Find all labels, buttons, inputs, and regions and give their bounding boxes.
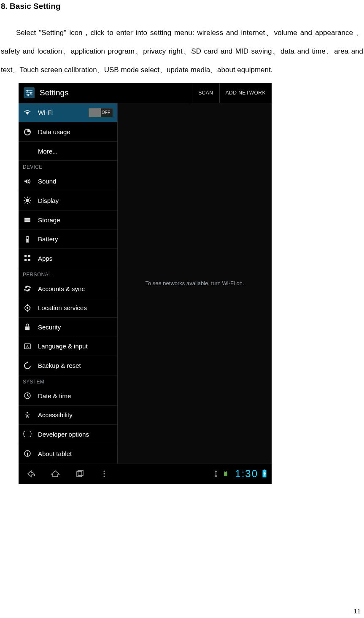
data-usage-label: Data usage xyxy=(38,128,113,135)
section-heading: 8. Basic Setting xyxy=(0,0,364,11)
svg-point-8 xyxy=(26,199,29,202)
settings-body: Wi-Fi OFF Data usage More... DEVICE xyxy=(19,103,272,464)
paragraph-text: Select "Setting" icon , click to enter i… xyxy=(1,29,363,74)
sidebar-item-apps[interactable]: Apps xyxy=(19,249,117,268)
display-icon xyxy=(23,196,32,205)
sidebar-item-display[interactable]: Display xyxy=(19,191,117,210)
wifi-toggle[interactable]: OFF xyxy=(89,108,113,117)
svg-rect-23 xyxy=(24,255,27,257)
category-personal: PERSONAL xyxy=(19,268,117,279)
storage-icon xyxy=(23,215,32,224)
svg-point-51 xyxy=(226,471,227,472)
settings-content-pane: To see networks available, turn Wi-Fi on… xyxy=(118,103,272,464)
battery-label: Battery xyxy=(38,235,113,243)
svg-point-28 xyxy=(27,307,28,309)
svg-point-42 xyxy=(27,452,28,453)
language-label: Language & input xyxy=(38,343,113,350)
svg-point-47 xyxy=(104,473,105,475)
system-nav-bar: 1:30 xyxy=(19,464,272,484)
blank-icon xyxy=(23,146,32,156)
svg-rect-43 xyxy=(27,453,28,456)
svg-point-48 xyxy=(104,476,105,477)
battery-icon xyxy=(23,235,32,244)
svg-point-4 xyxy=(27,90,28,92)
sidebar-item-battery[interactable]: Battery xyxy=(19,229,117,249)
category-device: DEVICE xyxy=(19,161,117,172)
svg-point-6 xyxy=(27,94,29,96)
status-icons xyxy=(213,470,232,478)
page-number: 11 xyxy=(353,607,361,615)
wifi-icon xyxy=(23,108,32,117)
usb-icon xyxy=(213,470,219,478)
scan-button[interactable]: SCAN xyxy=(192,83,219,103)
settings-title: Settings xyxy=(40,88,69,97)
sidebar-item-datetime[interactable]: Date & time xyxy=(19,386,117,406)
svg-rect-33 xyxy=(25,327,30,330)
svg-point-39 xyxy=(27,412,28,413)
more-label: More... xyxy=(38,148,113,155)
apps-icon xyxy=(23,254,32,263)
settings-app-icon xyxy=(22,86,36,100)
clock-icon xyxy=(23,391,32,400)
svg-line-15 xyxy=(30,197,31,199)
svg-rect-53 xyxy=(264,470,265,470)
wifi-empty-message: To see networks available, turn Wi-Fi on… xyxy=(145,280,244,286)
category-system: SYSTEM xyxy=(19,375,117,386)
sound-label: Sound xyxy=(38,178,113,185)
android-settings-screenshot: Settings SCAN ADD NETWORK Wi-Fi OFF Dat xyxy=(19,83,272,484)
accessibility-icon xyxy=(23,410,32,420)
sidebar-item-developer[interactable]: { } Developer options xyxy=(19,425,117,444)
back-button[interactable] xyxy=(19,464,43,484)
sidebar-item-storage[interactable]: Storage xyxy=(19,210,117,230)
backup-label: Backup & reset xyxy=(38,362,113,369)
sound-icon xyxy=(23,177,32,186)
settings-header: Settings SCAN ADD NETWORK xyxy=(19,83,272,103)
about-label: About tablet xyxy=(38,450,113,457)
language-icon: A xyxy=(23,342,32,351)
storage-label: Storage xyxy=(38,216,113,224)
sidebar-item-language[interactable]: A Language & input xyxy=(19,337,117,356)
sidebar-item-backup[interactable]: Backup & reset xyxy=(19,356,117,375)
datetime-label: Date & time xyxy=(38,392,113,399)
svg-rect-49 xyxy=(224,472,227,476)
sync-icon xyxy=(23,284,32,293)
sidebar-item-location[interactable]: Location services xyxy=(19,298,117,318)
svg-rect-21 xyxy=(27,236,28,237)
sidebar-item-more[interactable]: More... xyxy=(19,142,117,161)
svg-rect-24 xyxy=(28,255,30,257)
sidebar-item-sound[interactable]: Sound xyxy=(19,172,117,191)
svg-point-46 xyxy=(104,471,105,472)
svg-rect-18 xyxy=(24,219,30,221)
wifi-toggle-state: OFF xyxy=(102,110,110,115)
wifi-label: Wi-Fi xyxy=(38,109,83,116)
location-icon xyxy=(23,303,32,313)
sidebar-item-data-usage[interactable]: Data usage xyxy=(19,122,117,142)
clock-display[interactable]: 1:30 xyxy=(232,468,262,480)
info-icon xyxy=(23,449,32,458)
home-button[interactable] xyxy=(43,464,67,484)
sidebar-item-wifi[interactable]: Wi-Fi OFF xyxy=(19,103,117,123)
sidebar-item-security[interactable]: Security xyxy=(19,318,117,337)
accounts-label: Accounts & sync xyxy=(38,285,113,292)
svg-line-38 xyxy=(27,396,29,397)
security-label: Security xyxy=(38,324,113,331)
svg-rect-26 xyxy=(28,259,30,261)
sidebar-item-accounts[interactable]: Accounts & sync xyxy=(19,279,117,299)
lock-icon xyxy=(23,322,32,332)
menu-button[interactable] xyxy=(92,464,116,484)
data-usage-icon xyxy=(23,127,32,137)
developer-label: Developer options xyxy=(38,431,113,438)
apps-label: Apps xyxy=(38,255,113,262)
display-label: Display xyxy=(38,197,113,204)
accessibility-label: Accessibility xyxy=(38,411,113,418)
svg-rect-25 xyxy=(24,259,27,261)
location-label: Location services xyxy=(38,304,113,311)
svg-line-14 xyxy=(30,202,31,204)
intro-paragraph: Select "Setting" icon , click to enter i… xyxy=(0,11,364,80)
add-network-button[interactable]: ADD NETWORK xyxy=(219,83,272,103)
svg-text:{ }: { } xyxy=(23,430,32,437)
recent-apps-button[interactable] xyxy=(67,464,92,484)
sidebar-item-about[interactable]: About tablet xyxy=(19,444,117,464)
svg-rect-17 xyxy=(24,218,30,219)
sidebar-item-accessibility[interactable]: Accessibility xyxy=(19,406,117,425)
